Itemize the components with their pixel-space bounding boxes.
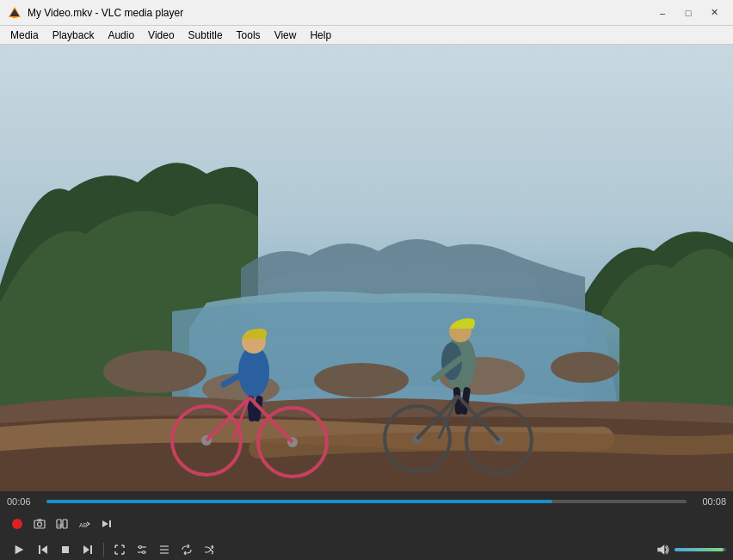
svg-point-54 (143, 551, 145, 554)
svg-text:AB: AB (58, 523, 64, 528)
svg-rect-48 (62, 546, 69, 553)
video-area[interactable] (0, 45, 733, 491)
close-button[interactable]: ✕ (702, 4, 726, 22)
secondary-controls-row: AB AB (0, 512, 733, 536)
sliders-icon (136, 544, 148, 556)
main-controls-row (0, 536, 733, 560)
window-controls: – □ ✕ (650, 4, 726, 22)
progress-area: 00:06 00:08 (0, 491, 733, 512)
time-elapsed: 00:06 (7, 496, 40, 507)
progress-bar[interactable] (46, 500, 687, 503)
svg-rect-36 (34, 520, 45, 528)
next-icon (82, 544, 94, 556)
minimize-button[interactable]: – (650, 4, 674, 22)
svg-point-52 (139, 546, 142, 549)
svg-marker-43 (102, 520, 108, 527)
frame-icon: AB (56, 518, 68, 530)
frame-by-frame-button[interactable]: AB (52, 514, 72, 533)
menu-tools[interactable]: Tools (230, 26, 268, 44)
video-scene (0, 45, 733, 491)
svg-point-37 (38, 522, 42, 526)
stop-icon (59, 544, 71, 556)
prev-icon (37, 544, 49, 556)
svg-marker-58 (657, 545, 664, 554)
volume-area (654, 540, 726, 559)
svg-point-4 (103, 350, 206, 393)
separator-1 (103, 543, 104, 557)
svg-marker-45 (15, 545, 24, 555)
svg-rect-38 (38, 520, 42, 521)
loop-button[interactable] (176, 540, 197, 559)
extended-settings-button[interactable] (132, 540, 152, 559)
camera-icon (34, 518, 46, 530)
menu-bar: Media Playback Audio Video Subtitle Tool… (0, 26, 733, 45)
fullscreen-icon (114, 544, 126, 556)
record-button[interactable] (7, 514, 28, 533)
random-button[interactable] (199, 540, 219, 559)
svg-rect-2 (12, 16, 17, 18)
snapshot-button[interactable] (29, 514, 50, 533)
svg-rect-44 (109, 520, 111, 527)
stop-button[interactable] (55, 540, 76, 559)
window-title: My Video.mkv - VLC media player (28, 7, 650, 19)
vlc-icon (7, 5, 22, 21)
volume-fill (674, 548, 724, 551)
svg-rect-47 (39, 545, 40, 554)
record-dot-icon (12, 519, 22, 529)
volume-slider[interactable] (674, 548, 726, 551)
maximize-button[interactable]: □ (676, 4, 700, 22)
loop-icon (181, 544, 193, 556)
title-bar: My Video.mkv - VLC media player – □ ✕ (0, 0, 733, 26)
mute-button[interactable] (654, 540, 671, 559)
play-icon (13, 544, 25, 556)
playlist-button[interactable] (154, 540, 175, 559)
menu-playback[interactable]: Playback (46, 26, 102, 44)
ab-loop-icon: AB (78, 518, 90, 530)
controls-container: 00:06 00:08 AB (0, 491, 733, 560)
next-button[interactable] (77, 540, 98, 559)
menu-media[interactable]: Media (3, 26, 46, 44)
ab-loop-button[interactable]: AB (74, 514, 95, 533)
step-forward-button[interactable] (96, 514, 117, 533)
progress-fill (46, 500, 552, 503)
prev-button[interactable] (33, 540, 53, 559)
svg-marker-1 (10, 9, 20, 16)
menu-audio[interactable]: Audio (101, 26, 141, 44)
menu-video[interactable]: Video (141, 26, 181, 44)
shuffle-icon (203, 544, 215, 556)
menu-help[interactable]: Help (303, 26, 338, 44)
svg-point-6 (314, 363, 409, 397)
svg-marker-46 (41, 545, 47, 554)
svg-text:AB: AB (79, 522, 88, 528)
fullscreen-button[interactable] (109, 540, 130, 559)
menu-view[interactable]: View (268, 26, 304, 44)
svg-rect-50 (90, 545, 92, 554)
play-button[interactable] (7, 538, 31, 560)
time-total: 00:08 (693, 496, 726, 507)
svg-marker-49 (83, 545, 89, 554)
menu-subtitle[interactable]: Subtitle (182, 26, 230, 44)
step-forward-icon (101, 518, 113, 530)
volume-icon (656, 543, 669, 557)
playlist-icon (158, 544, 170, 556)
svg-rect-40 (63, 520, 67, 528)
svg-point-8 (551, 352, 619, 383)
